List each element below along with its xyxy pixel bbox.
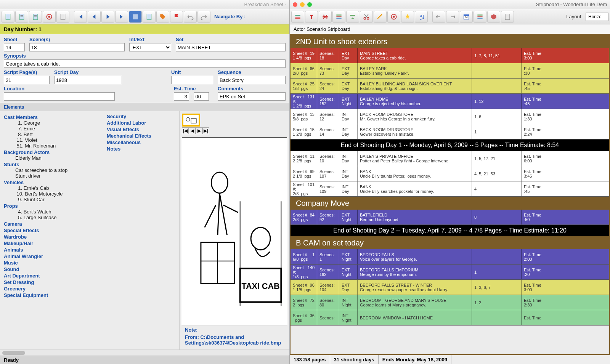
zoom-icon[interactable] [307, 2, 312, 7]
close-icon[interactable] [293, 2, 297, 7]
input-unit[interactable] [171, 76, 213, 84]
layout-select[interactable]: Horizo [586, 13, 608, 21]
rt-target[interactable] [387, 11, 400, 23]
prev-button[interactable] [88, 11, 101, 23]
minimize-icon[interactable] [300, 2, 305, 7]
element-item[interactable]: 4. Bert's Watch [4, 209, 99, 215]
select-intext[interactable]: EXT [129, 43, 171, 51]
element-item[interactable]: 1. Ernie's Cab [4, 185, 99, 191]
input-scriptday[interactable] [54, 76, 122, 84]
rt-brush[interactable] [374, 11, 387, 23]
element-item[interactable]: 5. Large Suitcase [4, 215, 99, 220]
rt-insert[interactable] [346, 11, 359, 23]
doc4-button[interactable] [56, 11, 69, 23]
element-category[interactable]: Camera [4, 221, 99, 227]
rt-strips2[interactable] [474, 11, 486, 23]
first-button[interactable] [74, 11, 87, 23]
doc3-button[interactable] [29, 11, 42, 23]
element-item[interactable]: 1. George [4, 120, 99, 126]
strip-row[interactable]: Sheet #:191 4/8 pgsScenes:18EXTDayMAIN S… [291, 48, 609, 63]
rt-box[interactable] [487, 11, 500, 23]
element-category[interactable]: Sound [4, 266, 99, 272]
flag-button[interactable] [170, 11, 183, 23]
redo-button[interactable] [197, 11, 210, 23]
element-category[interactable]: Animals [4, 247, 99, 253]
day-break[interactable]: End of Shooting Day 1 -- Monday, April 6… [291, 140, 609, 151]
input-scenes[interactable] [29, 43, 125, 51]
input-comments[interactable] [218, 92, 286, 101]
element-item[interactable]: 51. Mr. Reineman [4, 143, 99, 149]
rt-add-strip[interactable] [291, 11, 304, 23]
element-category[interactable]: Stunts [4, 162, 99, 167]
element-category[interactable]: Visual Effects [107, 127, 175, 132]
element-item[interactable]: Elderly Man [4, 155, 99, 161]
strip-row[interactable]: Sheet #:1311 2/8 pgsScenes:152EXTNightBA… [291, 94, 609, 109]
last-button[interactable] [115, 11, 128, 23]
tag-button[interactable] [156, 11, 169, 23]
element-category[interactable]: Animal Wrangler [4, 253, 99, 259]
view2-button[interactable] [143, 11, 156, 23]
rt-text[interactable]: T [305, 11, 318, 23]
next-button[interactable] [101, 11, 114, 23]
strip-row[interactable]: Sheet #:961 1/8 pgsScenes:104EXTDayBEDFO… [291, 280, 609, 295]
element-category[interactable]: Cast Members [4, 114, 99, 120]
banner[interactable]: Company Move [291, 197, 609, 210]
input-sheet[interactable] [4, 43, 25, 51]
rt-sort[interactable]: az [415, 11, 428, 23]
thumb-last[interactable]: ▶| [202, 127, 209, 134]
banner[interactable]: 2ND Unit to shoot exteriors [291, 35, 609, 48]
thumb-prev[interactable]: ◀ [189, 127, 196, 134]
storyboard-thumb[interactable] [182, 114, 200, 127]
element-category[interactable]: Security [107, 114, 175, 119]
element-category[interactable]: Additional Labor [107, 120, 175, 126]
element-category[interactable]: Mechanical Effects [107, 133, 175, 139]
input-esttime-h[interactable] [174, 92, 189, 101]
input-synopsis[interactable] [4, 59, 286, 68]
element-category[interactable]: Miscellaneous [107, 140, 175, 145]
element-category[interactable]: Vehicles [4, 180, 99, 185]
rt-cut[interactable] [360, 11, 373, 23]
element-category[interactable]: Special Effects [4, 228, 99, 233]
strip-row[interactable]: Sheet #:1012/8 pgsScenes:109INTDayBANKUn… [291, 181, 609, 197]
strip-row[interactable]: Sheet #:36 pgsScenes:INTNightBEDROOM WIN… [291, 310, 609, 326]
rt-redo[interactable] [446, 11, 459, 23]
rt-delete-strip[interactable] [319, 11, 332, 23]
view1-button[interactable] [129, 11, 142, 23]
element-category[interactable]: Wardrobe [4, 234, 99, 240]
input-scriptpages[interactable] [4, 76, 50, 84]
strip-row[interactable]: Sheet #:842/8 pgsScenes:92EXTNightBATTLE… [291, 210, 609, 225]
element-category[interactable]: Makeup/Hair [4, 241, 99, 246]
doc1-button[interactable] [2, 11, 14, 23]
element-item[interactable]: 11. Violet [4, 137, 99, 143]
rt-doc[interactable] [501, 11, 514, 23]
element-item[interactable]: 9. Stunt Car [4, 197, 99, 202]
strip-row[interactable]: Sheet #:662/8 pgsScenes:73EXTDayBAILEY P… [291, 63, 609, 79]
input-location[interactable] [4, 92, 115, 101]
undo-button[interactable] [184, 11, 197, 23]
element-category[interactable]: Background Actors [4, 149, 99, 155]
element-item[interactable]: 8. Bert [4, 131, 99, 137]
element-category[interactable]: Props [4, 203, 99, 209]
element-category[interactable]: Greenery [4, 286, 99, 292]
doc2-button[interactable] [15, 11, 28, 23]
rt-wizard[interactable] [401, 11, 414, 23]
rt-calendar[interactable]: 14 [460, 11, 473, 23]
element-item[interactable]: 10. Bert's Motorcycle [4, 191, 99, 197]
input-set[interactable] [176, 43, 286, 51]
input-esttime-m[interactable] [194, 92, 209, 101]
rt-undo[interactable] [432, 11, 445, 23]
element-category[interactable]: Special Equipment [4, 292, 99, 298]
strip-row[interactable]: Sheet #:1401/8 pgsScenes:162EXTNightBEDF… [291, 265, 609, 280]
element-item[interactable]: 7. Ernie [4, 126, 99, 131]
thumb-first[interactable]: |◀ [182, 127, 189, 134]
input-sequence[interactable] [218, 76, 286, 84]
element-item[interactable]: Car screeches to a stop [4, 167, 99, 173]
element-category[interactable]: Set Dressing [4, 279, 99, 285]
element-item[interactable]: Stunt driver [4, 173, 99, 179]
thumb-next[interactable]: ▶ [196, 127, 202, 134]
hscroll[interactable] [0, 350, 289, 356]
element-category[interactable]: Notes [107, 146, 175, 152]
strip-row[interactable]: Sheet #:151 2/8 pgsScenes:14INTDayBACK R… [291, 124, 609, 140]
strip-row[interactable]: Sheet #:722 pgsScenes:80INTNightBEDROOM … [291, 295, 609, 310]
strip-row[interactable]: Sheet #:16/8 pgsScenes:1EXTNightBEDFORD … [291, 249, 609, 265]
